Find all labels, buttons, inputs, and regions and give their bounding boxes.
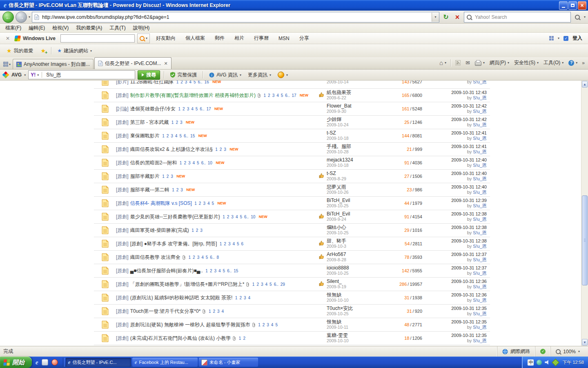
avg-orb-button[interactable]: ▾ [276, 72, 290, 78]
thread-author[interactable]: t-SZ [327, 171, 386, 176]
thread-title-link[interactable]: 服部半藏---第二輯 [130, 186, 169, 193]
page-link[interactable]: 4 [232, 242, 235, 246]
page-link[interactable]: 2 [224, 242, 226, 246]
tools-menu-button[interactable]: 工具(O)▾ [541, 58, 566, 67]
page-link[interactable]: 16 [205, 81, 209, 84]
lastpost-user[interactable]: S!u_恩 [473, 338, 487, 343]
thread-author[interactable]: 惡夢乂雨 [327, 184, 386, 190]
page-link[interactable]: 1 [178, 107, 181, 111]
thread-author[interactable]: Flower_Bat [327, 103, 386, 109]
taskbar-clock[interactable]: 下午 12:58 [562, 359, 584, 366]
tab-anyanother-images[interactable]: AnyAnother Images - 對白圖... [13, 59, 94, 69]
thread-author[interactable]: 手殘。服部 [327, 144, 386, 149]
page-link[interactable]: 6.. [210, 255, 214, 260]
thread-author[interactable]: ArHo567 [327, 252, 386, 257]
thread-author[interactable]: 紙包蘋果茶 [327, 90, 386, 95]
stop-button[interactable]: × [452, 12, 462, 22]
menu-favorites[interactable]: 我的最愛(A) [72, 24, 106, 32]
menu-edit[interactable]: 編輯(E) [25, 24, 49, 32]
thread-author[interactable]: t-SZ [327, 130, 386, 136]
lastpost-user[interactable]: S!u_恩 [473, 311, 487, 316]
page-link[interactable]: 2 [239, 296, 242, 300]
thread-title-link[interactable]: 邊個英雄最合仔/冷女 [130, 105, 176, 112]
page-link[interactable]: 3 [180, 120, 183, 125]
lastpost-date[interactable]: 2009-10-31 12:35 [429, 319, 487, 325]
live-search-button[interactable]: ▾ [137, 34, 150, 43]
lastpost-user[interactable]: S!u_恩 [473, 136, 487, 141]
avg-brand[interactable]: AVG [11, 72, 22, 78]
live-search-input[interactable] [60, 34, 135, 43]
feeds-button[interactable] [453, 59, 463, 66]
yahoo-search-input[interactable] [474, 14, 568, 20]
antivirus-tray-icon[interactable] [552, 359, 559, 366]
add-favorite-button[interactable]: ★ [38, 46, 49, 55]
lastpost-date[interactable]: 2009-10-31 12:36 [429, 292, 487, 298]
grid-dropdown-icon[interactable]: ▾ [558, 36, 559, 40]
search-go-button[interactable] [572, 12, 582, 22]
thread-title-link[interactable]: 制作影片教學(有圖)(暫先新增特效圖片 稍後再補特效影片) [130, 92, 256, 99]
page-link[interactable]: 5 [212, 201, 214, 206]
page-link[interactable]: 2 [227, 215, 229, 219]
page-link[interactable]: 3 [171, 134, 173, 138]
page-link[interactable]: 6.. [200, 107, 204, 111]
page-link[interactable]: 15 [190, 134, 195, 138]
page-link[interactable]: 2 [243, 336, 245, 341]
page-link[interactable]: 5 [281, 93, 283, 98]
safety-menu-button[interactable]: 安全性(S)▾ [512, 58, 541, 67]
thread-title-link[interactable]: ▄■信長加仔服部合輯(節奏片)■▄.. [130, 267, 203, 274]
page-link[interactable]: 6.. [227, 269, 232, 273]
page-link[interactable]: 2 [176, 120, 178, 125]
thread-title-link[interactable]: 「原創的團戰英雄教學」!新增信長+圖片!*RP已附上* [130, 281, 245, 288]
page-link[interactable]: 2 [220, 147, 222, 152]
page-link[interactable]: 15 [234, 269, 238, 273]
start-button[interactable]: 開始 [0, 357, 32, 368]
lastpost-user[interactable]: S!u_恩 [473, 217, 487, 222]
lastpost-date[interactable]: 2009-10-31 12:41 [429, 144, 487, 149]
thread-title-link[interactable]: 服部半藏影片 [130, 173, 160, 180]
lastpost-date[interactable]: 2009-10-31 12:42 [429, 103, 487, 109]
page-link[interactable]: 1 [172, 188, 174, 192]
minimize-button[interactable] [559, 1, 568, 10]
thread-author[interactable]: BiTcH_Evil [327, 198, 386, 203]
page-link[interactable]: 2 [183, 107, 185, 111]
page-link[interactable]: 4 [191, 107, 194, 111]
page-link[interactable]: 4 [201, 255, 204, 260]
page-menu-button[interactable]: 網頁(P)▾ [488, 58, 511, 67]
page-link[interactable]: 3 [180, 188, 183, 192]
page-link[interactable]: 2 [180, 81, 183, 84]
messenger-tray-icon[interactable] [537, 360, 542, 365]
page-link[interactable]: 6.. [274, 282, 278, 287]
history-dropdown-icon[interactable]: ▾ [29, 15, 30, 19]
avg-search-box[interactable]: Y! ▾ [28, 70, 135, 79]
vertical-scrollbar[interactable]: ▲ ▼ [581, 81, 588, 346]
print-button[interactable]: ▾ [473, 59, 487, 67]
suggested-sites-button[interactable]: ★ 建議的網站 ▾ [54, 46, 95, 56]
page-link[interactable]: 3 [224, 147, 226, 152]
page-link[interactable]: 3 [187, 107, 189, 111]
tab-close-icon[interactable]: ✕ [164, 61, 167, 66]
scroll-down-icon[interactable]: ▼ [582, 339, 588, 346]
page-link[interactable]: 3 [214, 269, 216, 273]
page-link[interactable]: 5 [206, 255, 208, 260]
page-link[interactable]: 5 [237, 242, 239, 246]
thread-author[interactable]: 爛桔小心 [327, 225, 386, 230]
thread-title-link[interactable]: 原創玩法(硬裝) 無敵槍神 一槍秒人 超級狙擊手雜賀孫市 [130, 321, 250, 328]
lastpost-date[interactable]: 2009-10-31 12:42 [429, 117, 487, 122]
favorites-button[interactable]: ★ 我的最愛 [3, 46, 37, 56]
live-link-photos[interactable]: 相片 [231, 35, 248, 42]
page-link[interactable]: 1 [176, 81, 179, 84]
page-link[interactable]: 4 [248, 296, 251, 300]
address-field[interactable]: ▾ [32, 12, 439, 22]
thread-title-link[interactable]: 最少見的英雄--三好長慶教學{已更新影片} [130, 213, 220, 220]
page-link[interactable]: 8 [216, 255, 219, 260]
volume-tray-icon[interactable] [545, 360, 550, 365]
page-link[interactable]: 2 [213, 309, 215, 314]
page-link[interactable]: 2 [196, 228, 198, 233]
lastpost-date[interactable]: 2009-10-31 12:38 [429, 238, 487, 244]
thread-title-link[interactable]: 織田信長攻裝x2 & 上杉謙信之半攻法§ [130, 146, 213, 153]
ime-language-icon[interactable]: 中 [528, 359, 534, 366]
menu-file[interactable]: 檔案(F) [2, 24, 25, 32]
avg-info-menu[interactable]: i AVG 資訊▾ [207, 72, 243, 79]
lastpost-user[interactable]: S!u_恩 [473, 109, 487, 114]
page-link[interactable]: 5 [223, 269, 225, 273]
